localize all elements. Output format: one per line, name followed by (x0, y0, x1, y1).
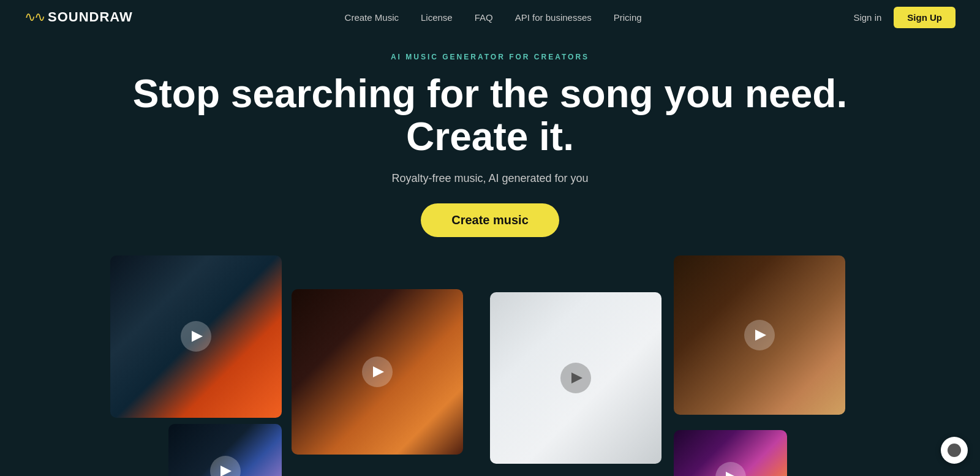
logo-icon: ∿∿ (24, 9, 44, 25)
disco-play-button[interactable] (362, 357, 393, 387)
chat-bubble[interactable] (941, 437, 968, 464)
hero-title: Stop searching for the song you need. Cr… (0, 72, 980, 159)
disco-card (292, 289, 463, 455)
sunset-play-button[interactable] (715, 462, 746, 476)
hero-section: AI MUSIC GENERATOR FOR CREATORS Stop sea… (0, 34, 980, 243)
nav-pricing[interactable]: Pricing (614, 12, 642, 23)
piano-card (674, 255, 845, 415)
concert-card (110, 255, 282, 418)
signup-button[interactable]: Sign Up (894, 7, 956, 28)
signin-link[interactable]: Sign in (853, 12, 881, 23)
create-music-button[interactable]: Create music (421, 203, 559, 237)
city-play-button[interactable] (210, 456, 241, 476)
hero-subtitle: Royalty-free music, AI generated for you (0, 172, 980, 185)
piano-play-button[interactable] (744, 320, 775, 350)
sunset-card (674, 430, 787, 476)
dancer-play-button[interactable] (560, 363, 591, 393)
chat-icon (948, 444, 961, 457)
concert-play-button[interactable] (181, 321, 211, 352)
dancer-card (490, 292, 662, 464)
city-card (168, 424, 282, 476)
images-section (0, 255, 980, 476)
logo-text: SOUNDRAW (48, 9, 133, 25)
nav-actions: Sign in Sign Up (853, 7, 956, 28)
navbar: ∿∿ SOUNDRAW Create Music License FAQ API… (0, 0, 980, 34)
nav-links: Create Music License FAQ API for busines… (345, 12, 642, 23)
nav-create-music[interactable]: Create Music (345, 12, 399, 23)
hero-tag: AI MUSIC GENERATOR FOR CREATORS (0, 53, 980, 61)
logo[interactable]: ∿∿ SOUNDRAW (24, 9, 133, 25)
nav-faq[interactable]: FAQ (475, 12, 493, 23)
nav-api[interactable]: API for businesses (515, 12, 592, 23)
nav-license[interactable]: License (421, 12, 453, 23)
